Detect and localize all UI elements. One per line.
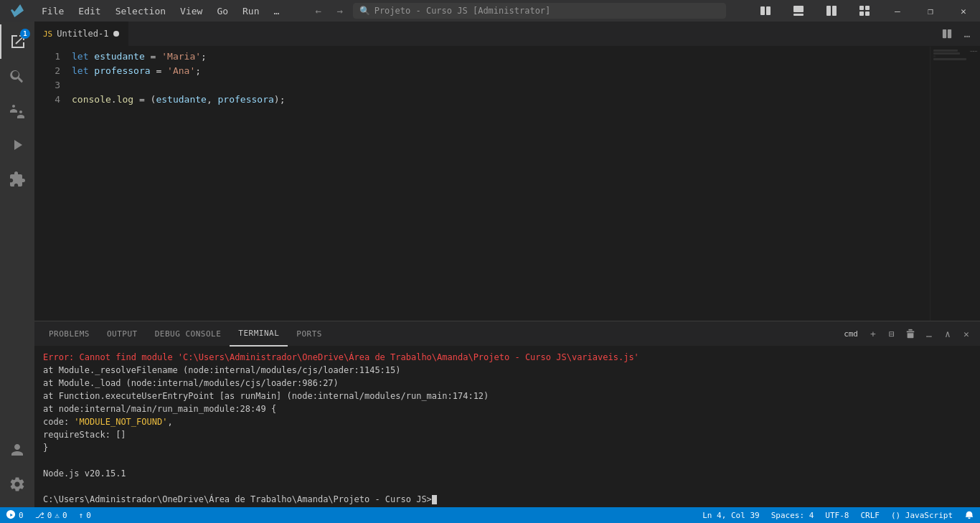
menu-edit[interactable]: Edit (71, 0, 108, 22)
line-number-1: 1 (34, 50, 60, 64)
activity-explorer[interactable]: 1 (0, 24, 34, 59)
svg-rect-4 (826, 6, 831, 16)
notifications-icon[interactable] (958, 507, 980, 523)
minimap-line (933, 55, 936, 57)
layout-split-button[interactable] (815, 0, 848, 22)
panel-maximize-button[interactable]: ∧ (940, 326, 956, 341)
status-left: 0 ⎇ 0 ⚠ 0 ↑ 0 (0, 507, 97, 523)
svg-rect-0 (760, 6, 765, 15)
activity-search[interactable] (0, 59, 34, 93)
panel-tab-debug-console[interactable]: DEBUG CONSOLE (146, 321, 230, 347)
menu-selection[interactable]: Selection (108, 0, 173, 22)
code-line-1: let estudante = 'Maria'; (72, 50, 930, 64)
panel: PROBLEMS OUTPUT DEBUG CONSOLE TERMINAL P… (34, 321, 980, 507)
close-button[interactable]: ✕ (947, 0, 980, 22)
indentation[interactable]: Spaces: 4 (765, 507, 820, 523)
remote-indicator[interactable]: 0 (0, 507, 29, 523)
terminal-more-button[interactable]: … (921, 326, 937, 341)
line-number-4: 4 (34, 93, 60, 107)
git-branch[interactable]: ⎇ 0 ⚠ 0 (29, 507, 73, 523)
terminal-kill-button[interactable] (903, 326, 918, 341)
panel-close-button[interactable]: ✕ (958, 326, 974, 341)
tab-bar: JS Untitled-1 … (34, 22, 980, 47)
language-mode[interactable]: () JavaScript (885, 507, 958, 523)
layout-sidebyside-button[interactable] (749, 0, 782, 22)
code-content[interactable]: let estudante = 'Maria'; let professora … (69, 47, 930, 321)
warning-count: 0 (62, 511, 67, 520)
layout-grid-button[interactable] (848, 0, 881, 22)
menu-more[interactable]: … (267, 0, 287, 22)
code-editor[interactable]: 1 2 3 4 let estudante = 'Maria'; let pro… (34, 47, 980, 321)
menu-view[interactable]: View (173, 0, 209, 22)
terminal-line: at Module._resolveFilename (node:interna… (43, 364, 971, 377)
editor-area: JS Untitled-1 … 1 2 3 4 let estudante = … (34, 22, 980, 507)
terminal-content[interactable]: Error: Cannot find module 'C:\Users\Admi… (34, 347, 980, 507)
minimize-button[interactable]: — (881, 0, 914, 22)
editor-tab-untitled1[interactable]: JS Untitled-1 (34, 22, 128, 46)
terminal-line: } (43, 441, 971, 454)
activity-extensions[interactable] (0, 162, 34, 197)
activity-settings[interactable] (0, 467, 34, 501)
line-ending[interactable]: CRLF (854, 507, 885, 523)
terminal-blank2 (43, 480, 971, 493)
activity-source-control[interactable] (0, 93, 34, 128)
vscode-logo-icon (0, 0, 34, 22)
line-number-2: 2 (34, 64, 60, 78)
svg-rect-7 (865, 6, 870, 10)
remote-count: 0 (19, 511, 24, 520)
cursor-position[interactable]: Ln 4, Col 39 (697, 507, 765, 523)
nav-forward-button[interactable]: → (331, 2, 349, 19)
search-bar[interactable]: 🔍 Projeto - Curso JS [Administrator] (353, 3, 726, 19)
svg-rect-3 (793, 14, 804, 16)
svg-rect-5 (832, 6, 837, 16)
svg-rect-11 (948, 29, 951, 38)
svg-rect-8 (859, 11, 864, 16)
panel-tab-terminal[interactable]: TERMINAL (230, 321, 288, 347)
panel-tab-problems[interactable]: PROBLEMS (40, 321, 98, 347)
remote-icon (6, 509, 16, 522)
terminal-split-button[interactable]: ⊟ (884, 326, 900, 341)
terminal-blank (43, 454, 971, 467)
sync-icon: ↑ (79, 511, 84, 520)
nav-back-button[interactable]: ← (310, 2, 327, 19)
layout-panel-button[interactable] (782, 0, 815, 22)
split-editor-button[interactable] (938, 25, 956, 42)
warning-icon: ⚠ (55, 511, 60, 520)
error-count: 0 (47, 511, 52, 520)
panel-tabs: PROBLEMS OUTPUT DEBUG CONSOLE TERMINAL P… (34, 321, 980, 347)
menu-file[interactable]: File (34, 0, 71, 22)
minimap-line (933, 58, 966, 60)
titlebar-right: — ❐ ✕ (749, 0, 980, 22)
activity-run-debug[interactable] (0, 128, 34, 162)
remote-count-2: 0 (86, 511, 91, 520)
search-text: Projeto - Curso JS [Administrator] (374, 6, 551, 16)
remote-status[interactable]: ↑ 0 (73, 507, 97, 523)
status-bar: 0 ⎇ 0 ⚠ 0 ↑ 0 Ln 4, Col 39 Spaces: 4 UTF… (0, 507, 980, 523)
terminal-line: at node:internal/main/run_main_module:28… (43, 402, 971, 415)
titlebar-center: ← → 🔍 Projeto - Curso JS [Administrator] (286, 2, 749, 19)
panel-tab-output[interactable]: OUTPUT (98, 321, 146, 347)
search-icon: 🔍 (359, 6, 370, 16)
code-line-4: console.log = (estudante, professora); (72, 93, 930, 107)
minimap-line (933, 52, 960, 55)
status-right: Ln 4, Col 39 Spaces: 4 UTF-8 CRLF () Jav… (697, 507, 980, 523)
terminal-add-button[interactable]: + (865, 326, 881, 341)
line-numbers: 1 2 3 4 (34, 47, 69, 321)
activity-bar: 1 (0, 22, 34, 507)
menu-run[interactable]: Run (235, 0, 266, 22)
js-file-icon: JS (43, 29, 52, 39)
encoding[interactable]: UTF-8 (819, 507, 854, 523)
more-actions-button[interactable]: … (958, 25, 976, 42)
restore-button[interactable]: ❐ (914, 0, 947, 22)
panel-tab-ports[interactable]: PORTS (288, 321, 331, 347)
terminal-prompt-line: C:\Users\Administrador\OneDrive\Área de … (43, 493, 971, 506)
minimap-label: ⋯⋯ (969, 47, 979, 56)
explorer-badge: 1 (20, 29, 30, 39)
terminal-line: at Function.executeUserEntryPoint [as ru… (43, 390, 971, 402)
activity-account[interactable] (0, 433, 34, 467)
tab-filename: Untitled-1 (57, 29, 108, 39)
line-number-3: 3 (34, 78, 60, 93)
panel-tabs-right: cmd + ⊟ … ∧ ✕ (839, 326, 974, 341)
menu-go[interactable]: Go (209, 0, 235, 22)
titlebar: File Edit Selection View Go Run … ← → 🔍 … (0, 0, 980, 22)
